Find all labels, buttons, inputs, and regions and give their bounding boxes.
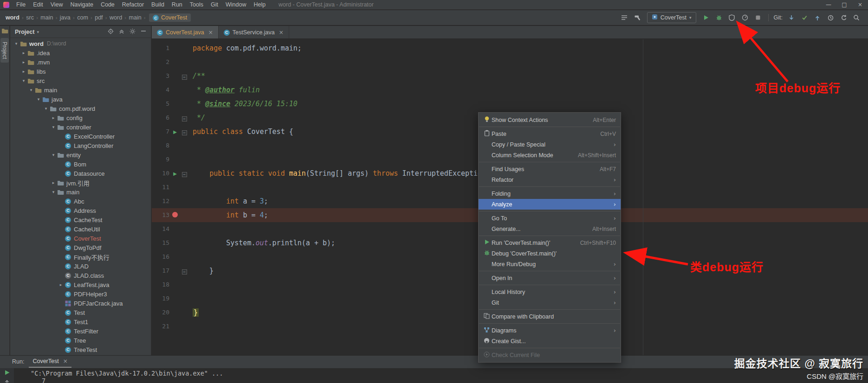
tree-item-Test[interactable]: CTest [10,308,151,317]
context-menu-item-go-to[interactable]: Go To› [479,213,621,223]
update-icon[interactable] [786,13,797,23]
menu-view[interactable]: View [47,0,67,10]
tree-item-Tree[interactable]: CTree [10,336,151,345]
hammer-icon[interactable] [632,13,642,23]
history-icon[interactable] [825,13,836,23]
editor-tab-TestService.java[interactable]: CTestService.java× [219,26,289,38]
chevron-down-icon[interactable]: ▾ [50,125,57,129]
tree-item-libs[interactable]: ▸libs [10,67,151,76]
tree-item-DwgToPdf[interactable]: CDwgToPdf [10,243,151,252]
chevron-right-icon[interactable]: ▸ [20,69,27,74]
structure-icon[interactable] [619,13,629,23]
breadcrumb-item[interactable]: word [109,14,123,21]
settings-icon[interactable] [130,28,136,36]
context-menu-item-paste[interactable]: PasteCtrl+V [479,128,621,139]
context-menu-item-git[interactable]: Git› [479,297,621,308]
stop-icon[interactable] [753,13,763,23]
tree-item-Address[interactable]: CAddress [10,206,151,215]
tool-window-project-tab[interactable]: Project [0,38,9,63]
profiler-icon[interactable] [740,13,750,23]
chevron-down-icon[interactable]: ▾ [35,97,42,102]
locate-icon[interactable] [108,28,114,36]
breadcrumb-item[interactable]: com [76,14,89,21]
tree-item-main[interactable]: ▾main [10,187,151,197]
tree-item-PDFJarCrack.java[interactable]: PDFJarCrack.java [10,299,151,308]
breadcrumb-item[interactable]: src [25,14,35,21]
chevron-right-icon[interactable]: ▸ [50,115,57,120]
tree-item-TestFilter[interactable]: CTestFilter [10,326,151,336]
context-menu-item-local-history[interactable]: Local History› [479,287,621,297]
tree-item-java[interactable]: ▾java [10,95,151,104]
tree-item-LangController[interactable]: CLangController [10,141,151,150]
close-icon[interactable]: × [63,358,68,364]
tree-item-com.pdf.word[interactable]: ▾com.pdf.word [10,104,151,113]
rollback-icon[interactable] [838,13,849,23]
tree-item-Abc[interactable]: CAbc [10,197,151,206]
context-menu-item-copy-paste-special[interactable]: Copy / Paste Special› [479,139,621,150]
menu-tools[interactable]: Tools [186,0,207,10]
tree-item-controller[interactable]: ▾controller [10,122,151,132]
context-menu-item-debug-covertest-main[interactable]: Debug 'CoverTest.main()' [479,248,621,259]
search-icon[interactable] [851,13,862,23]
scroll-up-icon[interactable] [4,379,10,383]
push-icon[interactable] [812,13,823,23]
chevron-right-icon[interactable]: ▸ [58,282,64,287]
tree-item-PDFHelper3[interactable]: CPDFHelper3 [10,289,151,299]
tree-item-CacheUtil[interactable]: CCacheUtil [10,224,151,234]
breadcrumb-current[interactable]: C CoverTest [149,13,191,22]
breadcrumb-item[interactable]: main [39,14,54,21]
tree-item-JLAD.class[interactable]: CJLAD.class [10,271,151,280]
editor-tab-CoverTest.java[interactable]: CCoverTest.java× [152,26,219,38]
fold-icon[interactable]: − [182,130,187,135]
run-gutter-icon[interactable]: ▶ [173,171,177,176]
context-menu-item-create-gist[interactable]: Create Gist... [479,336,621,346]
maximize-icon[interactable]: □ [836,0,852,9]
context-menu-item-find-usages[interactable]: Find UsagesAlt+F7 [479,164,621,174]
menu-git[interactable]: Git [207,0,222,10]
code-line-5[interactable]: 5 * @since 2023/6/16 15:10 [152,97,868,111]
menu-run[interactable]: Run [168,0,186,10]
coverage-icon[interactable] [727,13,737,23]
hide-icon[interactable] [141,28,146,35]
context-menu-item-diagrams[interactable]: Diagrams› [479,325,621,336]
code-line-1[interactable]: 1package com.pdf.word.main; [152,41,868,55]
menu-navigate[interactable]: Navigate [67,0,97,10]
project-panel-title[interactable]: Project ▾ [15,29,39,35]
collapse-icon[interactable] [119,28,124,35]
breakpoint-icon[interactable] [172,212,178,217]
close-icon[interactable]: × [279,29,284,36]
close-icon[interactable]: × [852,0,868,9]
tree-item-TreeTest[interactable]: CTreeTest [10,345,151,354]
menu-code[interactable]: Code [97,0,118,10]
context-menu-item-folding[interactable]: Folding› [479,188,621,199]
breadcrumb-item[interactable]: word [5,14,20,21]
menu-edit[interactable]: Edit [29,0,47,10]
context-menu-item-refactor[interactable]: Refactor› [479,174,621,185]
run-gutter-icon[interactable]: ▶ [173,129,177,134]
menu-window[interactable]: Window [222,0,250,10]
fold-icon[interactable]: − [182,116,187,121]
context-menu-item-compare-with-clipboard[interactable]: Compare with Clipboard [479,311,621,322]
context-menu-item-open-in[interactable]: Open In› [479,273,621,283]
tree-item-CacheTest[interactable]: CCacheTest [10,215,151,224]
tree-item-entity[interactable]: ▾entity [10,150,151,160]
tree-item-ExcelController[interactable]: CExcelController [10,132,151,141]
tree-item-LeafTest.java[interactable]: ▸CLeafTest.java [10,280,151,289]
fold-icon[interactable]: − [182,75,187,80]
chevron-down-icon[interactable]: ▾ [50,190,57,194]
commit-icon[interactable] [799,13,810,23]
close-icon[interactable]: × [208,29,213,36]
chevron-down-icon[interactable]: ▾ [50,153,57,157]
project-stripe-icon[interactable] [1,28,8,35]
tree-item-word[interactable]: ▾wordD:\word [10,39,151,48]
minimize-icon[interactable]: — [821,0,836,9]
tree-item-config[interactable]: ▸config [10,113,151,122]
context-menu-item-analyze[interactable]: Analyze› [479,199,621,210]
tree-item-main[interactable]: ▾main [10,85,151,95]
run-icon[interactable] [701,13,711,23]
fold-icon[interactable]: − [182,269,187,274]
tree-item-src[interactable]: ▾src [10,76,151,85]
breadcrumb-item[interactable]: java [59,14,71,21]
tree-item-Test1[interactable]: CTest1 [10,317,151,326]
chevron-down-icon[interactable]: ▾ [43,106,49,111]
